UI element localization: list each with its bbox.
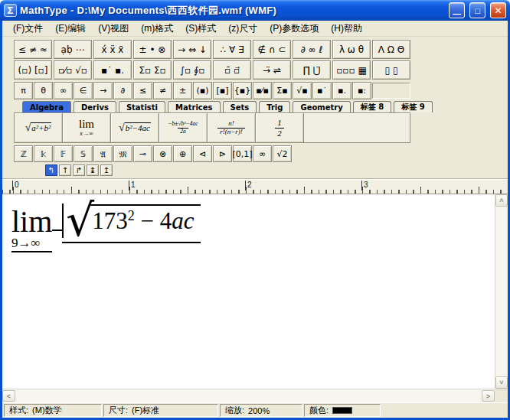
palette-button[interactable]: ≤ ≠ ≈ bbox=[14, 40, 52, 59]
vertical-scrollbar[interactable]: ˄ ˅ bbox=[495, 194, 508, 389]
symbol-button[interactable]: ∞ bbox=[54, 82, 73, 99]
symbol-button[interactable]: ▪⁄▪ bbox=[253, 82, 272, 99]
symbol-button[interactable]: Σ▪ bbox=[273, 82, 292, 99]
palette-button[interactable]: → ⇔ ↓ bbox=[173, 40, 211, 59]
equation[interactable]: lim 9→∞ √ 1732 − 4ac bbox=[11, 203, 201, 252]
template-one-half-button[interactable]: 1 2 bbox=[256, 113, 304, 142]
lim-subscript: 9→∞ bbox=[11, 236, 52, 252]
menu-item[interactable]: (S)样式 bbox=[179, 21, 222, 37]
template-quadratic-formula-button[interactable]: −b±√b²−4ac 2a bbox=[159, 113, 208, 142]
bar-toggle-button[interactable]: ↥ bbox=[100, 164, 113, 176]
symbol-button[interactable]: ∈ bbox=[74, 82, 93, 99]
symbol-button[interactable]: [▪] bbox=[213, 82, 232, 99]
template-limit-button[interactable]: lim x→∞ bbox=[63, 113, 111, 142]
palette-button[interactable]: ∂ ∞ ℓ bbox=[293, 40, 331, 59]
palette-tab[interactable]: 标签 8 bbox=[353, 101, 391, 112]
menu-item[interactable]: (H)帮助 bbox=[325, 21, 368, 37]
palette-button[interactable]: ∫▫ ∮▫ bbox=[173, 60, 211, 80]
palette-tab[interactable]: 标签 9 bbox=[394, 101, 432, 112]
status-style[interactable]: 样式:(M)数学 bbox=[4, 404, 102, 417]
palette-tab[interactable]: Algebra bbox=[22, 101, 71, 112]
bar-toggle-button[interactable]: ↑ bbox=[59, 164, 71, 176]
palette-button[interactable]: ▫̄ ▫⃗ bbox=[213, 60, 251, 80]
palette-button[interactable]: ∉ ∩ ⊂ bbox=[253, 40, 291, 59]
scroll-down-icon[interactable]: ˅ bbox=[495, 376, 508, 389]
custom-symbol-button[interactable]: [0,1] bbox=[233, 145, 252, 162]
palette-tab[interactable]: Geometry bbox=[293, 101, 350, 112]
custom-symbol-button[interactable]: ⊸ bbox=[133, 145, 152, 162]
custom-symbol-button[interactable]: ⊳ bbox=[213, 145, 232, 162]
close-button[interactable]: ✕ bbox=[490, 2, 506, 18]
scroll-left-icon[interactable]: ˂ bbox=[2, 390, 15, 402]
vertical-scroll-track[interactable] bbox=[495, 207, 508, 376]
palette-button[interactable]: (▫) [▫] bbox=[14, 60, 52, 80]
custom-symbol-button[interactable]: ∞ bbox=[253, 145, 272, 162]
palette-tab[interactable]: Sets bbox=[223, 101, 257, 112]
custom-symbol-button[interactable]: ⊗ bbox=[153, 145, 172, 162]
symbol-button[interactable]: θ bbox=[34, 82, 53, 99]
scroll-up-icon[interactable]: ˄ bbox=[495, 194, 508, 207]
palette-tab[interactable]: Matrices bbox=[168, 101, 221, 112]
custom-symbol-button[interactable]: 𝔐 bbox=[113, 145, 132, 162]
palette-button[interactable]: ▪˙ ▪. bbox=[93, 60, 132, 80]
symbol-button[interactable]: ± bbox=[173, 82, 192, 99]
palette-button[interactable]: Λ Ω Θ bbox=[372, 40, 410, 59]
template-sqrt-discriminant-button[interactable]: √b²−4ac bbox=[111, 113, 159, 142]
status-size[interactable]: 尺寸:(F)标准 bbox=[103, 404, 218, 417]
template-sqrt-sum-button[interactable]: √a²+b² bbox=[15, 113, 63, 142]
palette-button[interactable]: Σ▫ Σ▫ bbox=[133, 60, 172, 80]
palette-button[interactable]: ∏̈ ⋃̈ bbox=[293, 60, 331, 80]
symbol-button[interactable]: {▪} bbox=[233, 82, 252, 99]
custom-symbol-button[interactable]: 𝕜 bbox=[34, 145, 53, 162]
menu-item[interactable]: (E)编辑 bbox=[49, 21, 92, 37]
palette-button[interactable]: λ ω θ bbox=[332, 40, 371, 59]
symbol-button[interactable]: ≤ bbox=[133, 82, 152, 99]
menu-item[interactable]: (P)参数选项 bbox=[263, 21, 325, 37]
menu-item[interactable]: (F)文件 bbox=[7, 21, 49, 37]
palette-tab[interactable]: Trig bbox=[259, 101, 290, 112]
palette-button[interactable]: ▫⁄▫ √▫ bbox=[54, 60, 92, 80]
custom-symbol-button[interactable]: 𝔽 bbox=[54, 145, 73, 162]
horizontal-scrollbar[interactable]: ˂ ˃ bbox=[2, 389, 508, 402]
status-color[interactable]: 颜色: bbox=[304, 404, 381, 417]
symbol-button[interactable]: π bbox=[14, 82, 33, 99]
bar-toggle-button[interactable]: ↰ bbox=[45, 164, 57, 176]
maximize-button[interactable]: □ bbox=[469, 2, 485, 18]
palette-button[interactable]: x́ ẍ x̄ bbox=[93, 40, 132, 59]
minimize-button[interactable]: — bbox=[449, 2, 465, 18]
symbol-button[interactable]: ▪. bbox=[332, 82, 351, 99]
palette-tab[interactable]: Derivs bbox=[74, 101, 116, 112]
symbol-button[interactable]: ▪˙ bbox=[312, 82, 332, 99]
symbol-button[interactable]: √▪ bbox=[293, 82, 312, 99]
custom-symbol-button[interactable]: ℤ bbox=[14, 145, 33, 162]
custom-symbol-button[interactable]: ⊕ bbox=[173, 145, 192, 162]
palette-button[interactable]: ▯ ▯ bbox=[372, 60, 410, 80]
symbol-button[interactable]: ▪: bbox=[352, 82, 371, 99]
menu-item[interactable]: (m)格式 bbox=[135, 21, 179, 37]
bar-toggle-button[interactable]: ↱ bbox=[73, 164, 85, 176]
menu-item[interactable]: (z)尺寸 bbox=[222, 21, 263, 37]
custom-symbol-button[interactable]: √2 bbox=[273, 145, 292, 162]
custom-symbol-button[interactable]: 𝕊 bbox=[74, 145, 93, 162]
palette-button[interactable]: ∴ ∀ ∃ bbox=[213, 40, 251, 59]
bar-toggle-button[interactable]: ↨ bbox=[87, 164, 99, 176]
equation-canvas[interactable]: lim 9→∞ √ 1732 − 4ac bbox=[2, 194, 495, 389]
status-zoom[interactable]: 缩放:200% bbox=[220, 404, 302, 417]
custom-symbol-button[interactable]: 𝔄 bbox=[93, 145, 113, 162]
horizontal-scroll-track[interactable] bbox=[15, 389, 482, 402]
titlebar[interactable]: Σ MathType - D:\My Documents\西西软件园.wmf (… bbox=[0, 0, 510, 21]
menu-item[interactable]: (V)视图 bbox=[92, 21, 135, 37]
custom-symbol-button[interactable]: ⊲ bbox=[193, 145, 212, 162]
palette-button[interactable]: ▫▫▫ ▦ bbox=[332, 60, 371, 80]
ruler[interactable]: 0123 bbox=[2, 179, 508, 194]
palette-button[interactable]: ạḅ ⋯ bbox=[54, 40, 92, 59]
symbol-button[interactable]: ∂ bbox=[113, 82, 132, 99]
palette-button[interactable]: ± • ⊗ bbox=[133, 40, 172, 59]
template-binomial-button[interactable]: n! r!(n−r)! bbox=[208, 113, 256, 142]
symbol-button[interactable]: ≠ bbox=[153, 82, 172, 99]
palette-button[interactable]: →̈ ⇌ bbox=[253, 60, 291, 80]
scroll-right-icon[interactable]: ˃ bbox=[482, 390, 495, 402]
symbol-button[interactable]: (▪) bbox=[193, 82, 212, 99]
palette-tab[interactable]: Statisti bbox=[119, 101, 165, 112]
symbol-button[interactable]: → bbox=[93, 82, 113, 99]
